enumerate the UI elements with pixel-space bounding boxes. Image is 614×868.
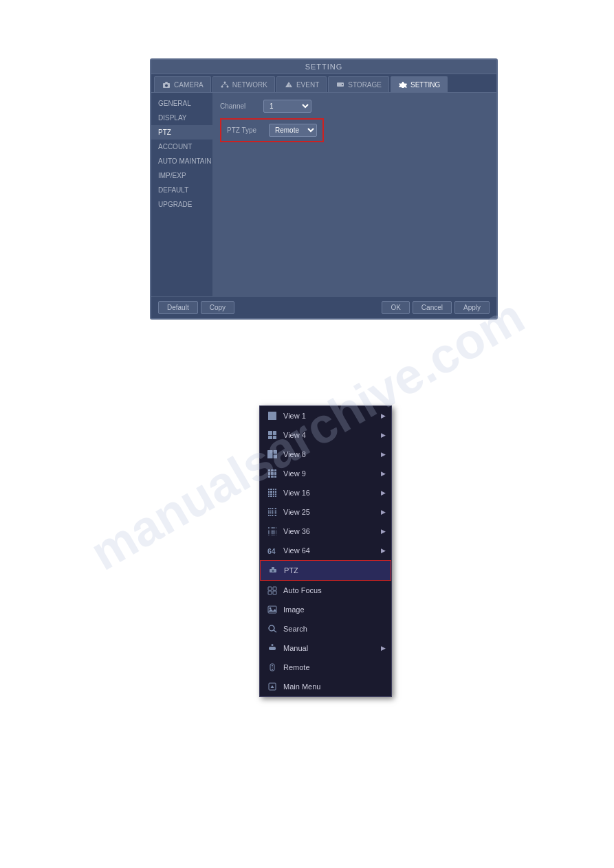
menu-item-view25[interactable]: View 25 ▶ [260,502,391,522]
manual-icon [267,643,278,654]
setting-window: SETTING CAMERA [150,58,498,320]
channel-select[interactable]: 1 [263,100,311,113]
image-icon [267,604,278,615]
svg-rect-22 [268,591,272,594]
ptz-type-label: PTZ Type [227,126,265,134]
tab-network[interactable]: NETWORK [212,76,275,92]
channel-row: Channel 1 [220,100,490,113]
sidebar-item-ptz[interactable]: PTZ [151,125,212,140]
svg-point-29 [272,644,274,646]
menu-item-view8[interactable]: View 8 ▶ [260,445,391,464]
view4-icon [267,430,278,441]
mainmenu-icon [267,681,278,692]
view9-arrow: ▶ [381,470,386,477]
menu-item-autofocus[interactable]: Auto Focus [260,581,391,600]
window-title: SETTING [151,60,496,74]
view36-icon [267,526,278,537]
svg-rect-32 [272,665,273,666]
channel-label: Channel [220,102,258,110]
view16-arrow: ▶ [381,489,386,496]
svg-point-26 [269,625,274,631]
sidebar-item-account[interactable]: ACCOUNT [151,140,212,154]
menu-item-view36[interactable]: View 36 ▶ [260,522,391,541]
svg-rect-19 [272,567,274,569]
right-buttons: OK Cancel Apply [382,301,490,314]
event-icon: ! [284,80,294,89]
svg-rect-20 [268,587,272,590]
search-icon [267,623,278,634]
view1-arrow: ▶ [381,412,386,419]
svg-rect-33 [272,667,273,667]
svg-rect-15 [274,455,277,458]
svg-point-1 [165,85,168,87]
svg-rect-23 [273,591,276,594]
menu-item-mainmenu[interactable]: Main Menu [260,677,391,696]
view1-icon [267,410,278,421]
network-icon [220,80,230,89]
menu-item-search[interactable]: Search [260,619,391,638]
menu-item-view16[interactable]: View 16 ▶ [260,483,391,502]
view25-arrow: ▶ [381,509,386,515]
svg-point-3 [223,82,226,84]
sidebar-item-general[interactable]: GENERAL [151,96,212,111]
view8-icon [267,449,278,460]
sidebar-item-default[interactable]: DEFAULT [151,183,212,197]
menu-item-ptz[interactable]: PTZ [260,560,391,581]
tab-storage[interactable]: STORAGE [328,76,389,92]
menu-item-manual[interactable]: Manual ▶ [260,638,391,658]
menu-item-view64[interactable]: 64 View 64 ▶ [260,541,391,560]
ok-button[interactable]: OK [382,301,409,314]
tab-camera[interactable]: CAMERA [154,76,211,92]
svg-line-6 [222,84,225,86]
svg-rect-13 [267,450,273,458]
manual-arrow: ▶ [381,645,386,652]
sidebar-item-imp-exp[interactable]: IMP/EXP [151,168,212,183]
view4-arrow: ▶ [381,432,386,438]
view9-icon [267,468,278,479]
svg-rect-28 [269,647,276,650]
view8-arrow: ▶ [381,451,386,458]
tab-bar: CAMERA NETWORK ! EVENT [151,74,496,93]
view25-icon [267,507,278,518]
svg-rect-2 [165,82,168,83]
svg-point-4 [221,86,223,88]
tab-event[interactable]: ! EVENT [276,76,327,92]
sidebar: GENERAL DISPLAY PTZ ACCOUNT AUTO MAINTAI… [151,93,213,313]
menu-item-view4[interactable]: View 4 ▶ [260,425,391,445]
default-button[interactable]: Default [158,301,198,314]
view64-arrow: ▶ [381,547,386,554]
context-menu: View 1 ▶ View 4 ▶ View 8 ▶ [259,405,392,697]
tab-setting[interactable]: SETTING [391,76,448,92]
camera-icon [162,80,171,89]
svg-rect-14 [274,450,277,454]
ptz-type-select[interactable]: Remote Local [269,124,317,137]
storage-icon [336,80,345,89]
content-area: GENERAL DISPLAY PTZ ACCOUNT AUTO MAINTAI… [151,93,496,313]
view36-arrow: ▶ [381,528,386,535]
apply-button[interactable]: Apply [454,301,490,314]
svg-point-18 [272,570,274,572]
svg-text:64: 64 [267,547,276,555]
sidebar-item-auto-maintain[interactable]: AUTO MAINTAIN [151,154,212,168]
ptz-menu-icon [267,565,278,576]
menu-item-remote[interactable]: Remote [260,658,391,677]
menu-item-image[interactable]: Image [260,600,391,619]
cancel-button[interactable]: Cancel [413,301,452,314]
sidebar-item-upgrade[interactable]: UPGRADE [151,197,212,212]
svg-point-5 [226,86,228,88]
svg-point-31 [272,669,273,670]
view16-icon [267,487,278,498]
menu-item-view9[interactable]: View 9 ▶ [260,464,391,483]
view64-icon: 64 [267,545,278,556]
sidebar-item-display[interactable]: DISPLAY [151,111,212,125]
svg-point-11 [342,84,343,85]
setting-tab-icon [398,80,408,89]
autofocus-icon [267,585,278,596]
menu-item-view1[interactable]: View 1 ▶ [260,406,391,425]
ptz-settings-panel: Channel 1 PTZ Type Remote Local [213,93,496,313]
left-buttons: Default Copy [158,301,234,314]
ptz-type-box: PTZ Type Remote Local [220,118,324,142]
svg-line-27 [274,630,276,632]
svg-rect-21 [273,587,276,590]
copy-button[interactable]: Copy [201,301,234,314]
